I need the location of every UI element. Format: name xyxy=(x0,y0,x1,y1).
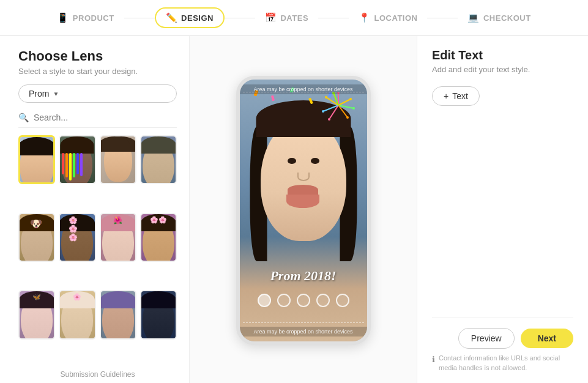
nav-label-dates: DATES xyxy=(280,13,308,23)
nav-label-location: LOCATION xyxy=(374,13,418,23)
product-icon: 📱 xyxy=(57,12,69,23)
nav-step-dates[interactable]: 📅 DATES xyxy=(255,9,318,27)
phone-bottom-label: Area may be cropped on shorter devices xyxy=(240,327,367,337)
lens-item-9[interactable]: 🦋 xyxy=(18,290,55,339)
chevron-down-icon: ▼ xyxy=(53,91,59,97)
svg-point-11 xyxy=(346,116,349,119)
lens-grid: 🐶 🌸🌸🌸 🌺 xyxy=(18,135,177,364)
nav-label-checkout: CHECKOUT xyxy=(483,13,531,23)
divider xyxy=(432,318,573,318)
dates-icon: 📅 xyxy=(265,12,277,23)
left-panel: Choose Lens Select a style to start your… xyxy=(0,36,190,383)
nav-connector-4 xyxy=(427,18,458,18)
lens-item-4[interactable] xyxy=(140,135,177,184)
nav-label-design: DESIGN xyxy=(181,13,214,23)
fireworks-icon xyxy=(320,90,357,121)
choose-lens-title: Choose Lens xyxy=(18,48,177,64)
plus-icon: + xyxy=(444,91,448,101)
eye-left xyxy=(288,158,296,164)
info-row: ℹ Contact information like URLs and soci… xyxy=(432,354,573,373)
lips-lower xyxy=(286,195,319,208)
svg-point-14 xyxy=(325,96,327,99)
nav-label-product: PRODUCT xyxy=(73,13,114,23)
lips-upper xyxy=(288,185,318,195)
nav-step-location[interactable]: 📍 LOCATION xyxy=(349,9,427,27)
lens-item-12[interactable] xyxy=(140,290,177,339)
preview-button[interactable]: Preview xyxy=(458,328,515,349)
location-icon: 📍 xyxy=(359,12,371,23)
nav-step-checkout[interactable]: 💻 CHECKOUT xyxy=(458,9,540,27)
svg-line-1 xyxy=(338,99,351,105)
nav-step-product[interactable]: 📱 PRODUCT xyxy=(47,9,124,27)
right-panel: Edit Text Add and edit your text style. … xyxy=(417,36,588,383)
svg-point-13 xyxy=(322,110,324,113)
checkout-icon: 💻 xyxy=(467,12,480,23)
face-eyes xyxy=(288,158,319,164)
lens-item-8[interactable]: 🌸🌸 xyxy=(140,213,177,262)
phone-preview: Area may be cropped on shorter devices P… xyxy=(240,80,367,341)
lens-item-2[interactable] xyxy=(59,135,95,184)
center-panel: Area may be cropped on shorter devices P… xyxy=(190,36,417,383)
nav-step-design[interactable]: ✏️ DESIGN xyxy=(155,7,225,28)
add-text-label: Text xyxy=(452,91,468,101)
edit-text-title: Edit Text xyxy=(432,48,573,62)
search-input[interactable] xyxy=(34,113,177,122)
svg-point-10 xyxy=(352,107,355,110)
main-content: Choose Lens Select a style to start your… xyxy=(0,36,588,383)
submission-guidelines-link[interactable]: Submission Guidelines xyxy=(18,370,177,379)
nav-connector-3 xyxy=(318,18,349,18)
nav-connector-2 xyxy=(225,18,255,18)
face-nose xyxy=(297,173,310,181)
face-lips xyxy=(288,185,319,208)
circle-3 xyxy=(297,294,310,307)
lens-item-5[interactable]: 🐶 xyxy=(18,213,55,262)
info-text: Contact information like URLs and social… xyxy=(439,354,573,373)
prom-text-overlay: Prom 2018! xyxy=(240,268,367,284)
circle-2 xyxy=(277,294,291,307)
lens-item-7[interactable]: 🌺 xyxy=(100,213,136,262)
bottom-action-row: Preview Next xyxy=(432,328,573,349)
svg-point-9 xyxy=(349,98,352,100)
nav-connector-1 xyxy=(124,18,155,18)
phone-circle-indicators xyxy=(240,294,367,307)
right-spacer xyxy=(432,106,573,318)
edit-text-subtitle: Add and edit your text style. xyxy=(432,65,573,74)
lens-item-1[interactable] xyxy=(18,135,55,184)
lens-item-11[interactable] xyxy=(100,290,136,339)
choose-lens-subtitle: Select a style to start your design. xyxy=(18,67,177,76)
lens-item-6[interactable]: 🌸🌸🌸 xyxy=(59,213,95,262)
dropdown-label: Prom xyxy=(29,89,49,99)
circle-1 xyxy=(258,294,271,307)
add-text-button[interactable]: + Text xyxy=(432,86,480,106)
search-icon: 🔍 xyxy=(18,113,29,122)
lens-item-10[interactable]: 🌸 xyxy=(59,290,95,339)
category-dropdown[interactable]: Prom ▼ xyxy=(18,84,177,103)
circle-4 xyxy=(316,294,330,307)
top-navigation: 📱 PRODUCT ✏️ DESIGN 📅 DATES 📍 LOCATION 💻… xyxy=(0,0,588,36)
search-bar: 🔍 xyxy=(18,113,177,128)
phone-frame: Area may be cropped on shorter devices P… xyxy=(236,76,371,345)
lens-item-3[interactable] xyxy=(100,135,136,184)
circle-5 xyxy=(336,294,349,307)
info-icon: ℹ xyxy=(432,355,435,364)
crop-indicator-bottom xyxy=(243,322,364,323)
phone-top-label: Area may be cropped on shorter devices xyxy=(240,84,367,94)
design-icon: ✏️ xyxy=(166,12,178,23)
eye-right xyxy=(311,158,319,164)
svg-point-12 xyxy=(328,118,330,121)
next-button[interactable]: Next xyxy=(521,329,573,348)
